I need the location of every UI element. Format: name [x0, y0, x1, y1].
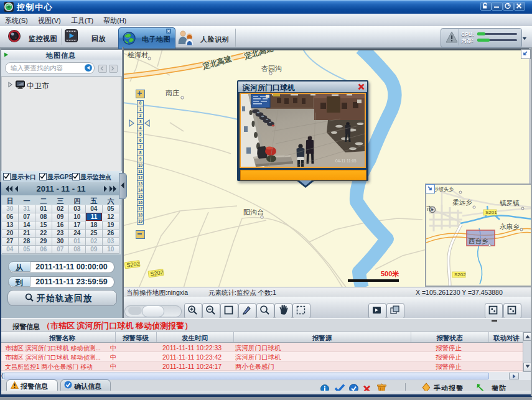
- svg-text:南庄: 南庄: [166, 89, 179, 96]
- svg-text:永康乡: 永康乡: [500, 223, 520, 230]
- svg-text:沙坡头乡: 沙坡头乡: [434, 187, 454, 192]
- svg-text:市: 市: [426, 205, 433, 212]
- svg-text:西台乡: 西台乡: [469, 237, 488, 244]
- svg-text:镇罗镇: 镇罗镇: [500, 199, 520, 207]
- svg-text:500米: 500米: [381, 270, 399, 277]
- svg-text:S201: S201: [485, 210, 497, 215]
- svg-text:S202: S202: [454, 272, 466, 277]
- svg-text:桧海村: 桧海村: [128, 51, 148, 58]
- svg-text:04-11 11:05: 04-11 11:05: [335, 159, 357, 163]
- svg-text:柔远乡: 柔远乡: [452, 198, 472, 206]
- svg-text:杏园沟: 杏园沟: [261, 65, 282, 72]
- svg-text:阳沟台: 阳沟台: [243, 208, 264, 216]
